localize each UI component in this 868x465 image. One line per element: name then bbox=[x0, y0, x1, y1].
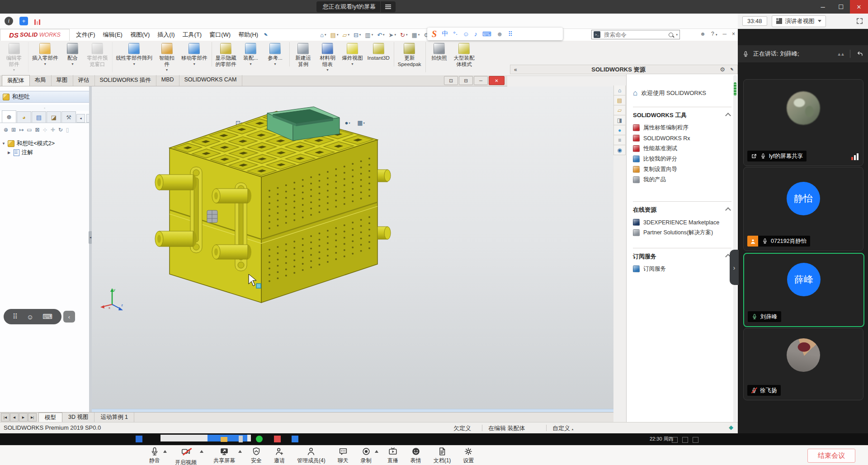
customize-status[interactable]: 自定义 ▴ bbox=[552, 424, 573, 432]
manage-members-button[interactable]: 管理成员(4) bbox=[297, 446, 326, 465]
expander-icon[interactable]: ▶ bbox=[8, 151, 11, 155]
new-file-icon[interactable]: ▤▾ bbox=[330, 32, 339, 38]
add-show-icon[interactable]: ⊹ bbox=[43, 127, 47, 133]
view-palette-icon[interactable]: ◨ bbox=[613, 115, 626, 125]
command-search-box[interactable]: >_ ▾ bbox=[591, 30, 680, 39]
tree-display-icon[interactable]: ▯ bbox=[66, 127, 69, 133]
invite-button[interactable]: 邀请 bbox=[274, 446, 285, 465]
record-button[interactable]: 录制 bbox=[361, 446, 372, 465]
document-tab[interactable]: 3D 视图 bbox=[62, 413, 94, 422]
fullscreen-icon[interactable] bbox=[856, 17, 863, 25]
open-file-icon[interactable]: ▱▾ bbox=[342, 32, 349, 38]
featuremanager-tab[interactable]: ⊕ bbox=[2, 110, 16, 123]
taskpane-item[interactable]: SOLIDWORKS Rx bbox=[633, 133, 731, 143]
taskpane-item[interactable]: 性能基准测试 bbox=[633, 143, 731, 154]
document-tab[interactable]: 模型 bbox=[38, 413, 62, 422]
rebuild-icon[interactable]: ↻▾ bbox=[400, 32, 407, 38]
command-button[interactable]: 插入零部件 ▼ bbox=[30, 42, 61, 66]
help-button[interactable]: ? ▾ bbox=[711, 31, 717, 37]
end-meeting-button[interactable]: 结束会议 bbox=[807, 449, 855, 463]
command-button[interactable]: 拍快照 ▼ bbox=[427, 42, 452, 66]
gear-icon[interactable]: ⚙ bbox=[720, 66, 725, 73]
watching-screen-pill[interactable]: 您正在观看lyf的屏幕 bbox=[316, 1, 396, 12]
dimxpertmanager-tab[interactable]: ◪ bbox=[47, 111, 61, 123]
apps-grid-icon[interactable]: ⠿ bbox=[13, 313, 18, 321]
document-tab[interactable]: 运动算例 1 bbox=[94, 413, 134, 422]
voice-icon[interactable]: ♪ bbox=[474, 30, 477, 38]
phone-icon[interactable] bbox=[239, 436, 243, 442]
file-explorer-icon[interactable]: ▱ bbox=[613, 105, 626, 115]
doc-restore-icon[interactable]: ⊡ bbox=[444, 76, 458, 85]
search-scope-icon[interactable]: >_ bbox=[594, 31, 600, 38]
taskpane-item[interactable]: 3DEXPERIENCE Marketplace bbox=[633, 217, 731, 228]
hamburger-menu-icon[interactable] bbox=[380, 1, 396, 12]
participant-tile-liuxuefeng[interactable]: 薛峰 刘薛峰 bbox=[743, 253, 864, 327]
live-button[interactable]: 直播 bbox=[387, 446, 398, 465]
dimension-icon[interactable]: ↦ bbox=[19, 127, 24, 133]
filter-icon[interactable]: ⊕ bbox=[4, 127, 8, 133]
search-icon[interactable] bbox=[669, 33, 673, 37]
folder-icon[interactable] bbox=[221, 437, 227, 442]
commandmanager-tab[interactable]: 装配体 bbox=[2, 75, 30, 86]
menu-item[interactable]: 工具(T) bbox=[183, 31, 202, 39]
menu-item[interactable]: 文件(F) bbox=[76, 31, 95, 39]
lang-zh-icon[interactable]: 中 bbox=[442, 30, 448, 38]
taskbar-app-icon[interactable] bbox=[292, 436, 298, 442]
propertymanager-tab[interactable]: ◕ bbox=[17, 111, 31, 123]
menu-item[interactable]: 帮助(H) bbox=[238, 31, 258, 39]
emoji-icon[interactable]: ☺ bbox=[27, 313, 33, 321]
doc-min2-icon[interactable]: ─ bbox=[474, 76, 488, 85]
annotate-icon[interactable]: + bbox=[19, 17, 28, 25]
collapse-taskpane-icon[interactable]: « bbox=[514, 66, 517, 73]
sogou-logo[interactable]: S bbox=[432, 29, 437, 39]
menu-item[interactable]: 视图(V) bbox=[130, 31, 150, 39]
undo-icon[interactable]: ↶▾ bbox=[377, 32, 384, 38]
skin-icon[interactable]: ☻ bbox=[496, 30, 503, 38]
tree-annotations-item[interactable]: ▶ 注解 bbox=[2, 148, 88, 157]
collapse-section-icon[interactable] bbox=[725, 207, 731, 213]
participant-tile-xufeiyang[interactable]: 徐飞扬 bbox=[743, 328, 863, 400]
whiteboard-icon[interactable]: ⌨ bbox=[42, 313, 52, 321]
app-close-icon[interactable]: × bbox=[732, 31, 735, 37]
first-tab-icon[interactable]: |◀ bbox=[1, 413, 9, 422]
taskpane-item[interactable]: 比较我的评分 bbox=[633, 154, 731, 164]
custom-properties-icon[interactable]: ≡ bbox=[613, 135, 626, 145]
prev-tab-icon[interactable]: ◀ bbox=[10, 413, 19, 422]
start-video-button[interactable]: 开启视频 bbox=[175, 446, 197, 465]
pin-taskpane-icon[interactable]: ✒ bbox=[728, 66, 736, 73]
search-input[interactable] bbox=[603, 31, 666, 38]
tree-root-item[interactable]: ▼ 和想吐<模式2> bbox=[2, 139, 88, 148]
security-button[interactable]: 安全 bbox=[251, 446, 262, 465]
taskpane-item[interactable]: 复制设置向导 bbox=[633, 164, 731, 175]
command-button[interactable]: 参考... ▼ bbox=[263, 42, 290, 66]
commandmanager-tab[interactable]: MBD bbox=[156, 75, 179, 86]
show-hide-icon[interactable]: ✚ bbox=[51, 127, 55, 133]
collapse-section-icon[interactable] bbox=[725, 113, 731, 119]
home-icon[interactable]: ⌂ bbox=[613, 85, 626, 95]
reactions-button[interactable]: 表情 bbox=[410, 446, 421, 465]
emoji-icon[interactable]: ☺ bbox=[462, 30, 469, 38]
menu-item[interactable]: 窗口(W) bbox=[209, 31, 231, 39]
design-library-icon[interactable]: ▤ bbox=[613, 95, 626, 105]
command-button[interactable]: 配合 ▼ bbox=[61, 42, 85, 66]
tab-left-icon[interactable]: ◂ bbox=[76, 114, 85, 123]
taskbar-window-preview[interactable] bbox=[160, 435, 251, 441]
participant-tile-lyf[interactable]: lyf的屏幕共享 bbox=[743, 79, 863, 166]
assembly-3d-model[interactable] bbox=[137, 100, 444, 317]
command-button[interactable]: 新建运 算例 ▼ bbox=[291, 42, 316, 72]
appearances-icon[interactable]: ● bbox=[613, 125, 626, 135]
view-mode-button[interactable]: 演讲者视图 bbox=[772, 15, 826, 27]
pin-menubar-icon[interactable]: ✒ bbox=[262, 31, 270, 38]
command-button[interactable]: 显示隐藏 的零部件 ▼ bbox=[213, 42, 239, 72]
commandmanager-tab[interactable]: SOLIDWORKS 插件 bbox=[95, 75, 156, 86]
command-button[interactable]: 移动零部件 ▼ bbox=[179, 42, 212, 66]
documents-button[interactable]: 文档(1) bbox=[434, 446, 451, 465]
print-icon[interactable]: ▥▾ bbox=[365, 32, 373, 38]
toolbox-collapse-icon[interactable]: ‹ bbox=[63, 311, 75, 323]
maximize-button[interactable]: ☐ bbox=[832, 0, 850, 14]
toolbox-icon[interactable]: ⠿ bbox=[508, 30, 513, 38]
keyboard-icon[interactable]: ⌨ bbox=[482, 30, 491, 38]
command-button[interactable]: 材料明 细表 ▼ bbox=[316, 42, 340, 72]
taskpane-scrollbar-thumb[interactable] bbox=[734, 82, 736, 96]
participant-tile-xiaojingyi[interactable]: 静怡 072192肖静怡 bbox=[743, 167, 863, 251]
